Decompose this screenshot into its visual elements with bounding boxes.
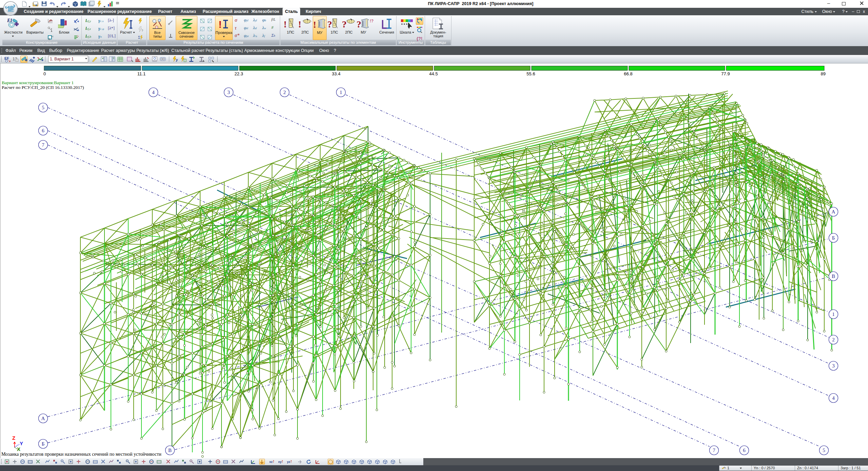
svg-text:Мозаика результатов проверки н: Мозаика результатов проверки назначенных… — [1, 452, 161, 457]
svg-text:В: В — [168, 448, 172, 453]
svg-text:1: 1 — [832, 312, 835, 317]
svg-text:?: ? — [141, 29, 143, 32]
svg-text:{?!: {?! — [417, 36, 422, 41]
svg-text:7: 7 — [713, 448, 715, 453]
svg-text:5: 5 — [823, 448, 825, 453]
svg-text:Z: Z — [12, 435, 15, 441]
svg-text:5: 5 — [42, 105, 44, 110]
svg-text:66.8: 66.8 — [624, 71, 632, 76]
svg-text:89: 89 — [821, 71, 826, 76]
svg-text:У: У — [176, 59, 178, 62]
svg-text:?: ? — [356, 19, 361, 30]
svg-text:?: ? — [327, 19, 332, 30]
svg-text:Расчет по РСУ:СП_20 (СП 16.133: Расчет по РСУ:СП_20 (СП 16.13330.2017) — [2, 85, 84, 90]
svg-text:6: 6 — [42, 128, 44, 133]
svg-text:?: ? — [342, 19, 347, 30]
svg-text:0: 0 — [43, 71, 46, 76]
svg-text:B: B — [49, 38, 50, 40]
svg-text:Б: Б — [42, 441, 45, 447]
svg-text:2: 2 — [832, 337, 835, 342]
svg-text:3: 3 — [832, 363, 835, 369]
svg-text:4: 4 — [832, 395, 835, 401]
svg-text:Вариант конструирования:Вариан: Вариант конструирования:Вариант 1 — [2, 80, 74, 85]
svg-text:А: А — [832, 209, 835, 214]
svg-text:R: R — [50, 19, 52, 22]
svg-text:!: ! — [298, 19, 301, 30]
svg-text:xz: xz — [269, 460, 273, 464]
svg-text:1: 1 — [340, 90, 342, 95]
svg-text:44.5: 44.5 — [429, 71, 438, 76]
svg-text:77.9: 77.9 — [721, 71, 730, 76]
svg-text:В: В — [832, 274, 835, 279]
svg-text:Y: Y — [20, 440, 23, 446]
svg-text:!: ! — [218, 19, 222, 30]
svg-text:33.4: 33.4 — [332, 71, 340, 76]
svg-text:!: ! — [313, 19, 316, 30]
svg-text:EF: EF — [4, 56, 9, 60]
svg-text:11.1: 11.1 — [137, 71, 146, 76]
svg-text:2: 2 — [283, 90, 286, 95]
svg-text:X: X — [17, 446, 20, 452]
svg-text:4: 4 — [152, 90, 155, 95]
svg-text:3: 3 — [227, 90, 230, 95]
svg-text:22.3: 22.3 — [234, 71, 243, 76]
svg-text:6: 6 — [743, 448, 746, 453]
svg-text:А: А — [41, 416, 45, 421]
svg-text:Б: Б — [832, 235, 835, 241]
svg-text:55.6: 55.6 — [526, 71, 535, 76]
svg-text:7: 7 — [42, 142, 44, 148]
svg-text:H: H — [52, 35, 53, 38]
svg-text:!?: !? — [370, 19, 373, 23]
svg-text:yz: yz — [287, 460, 290, 464]
svg-text:!: ! — [284, 19, 287, 30]
svg-text:Σ: Σ — [138, 35, 140, 40]
svg-text:xy: xy — [278, 460, 282, 464]
